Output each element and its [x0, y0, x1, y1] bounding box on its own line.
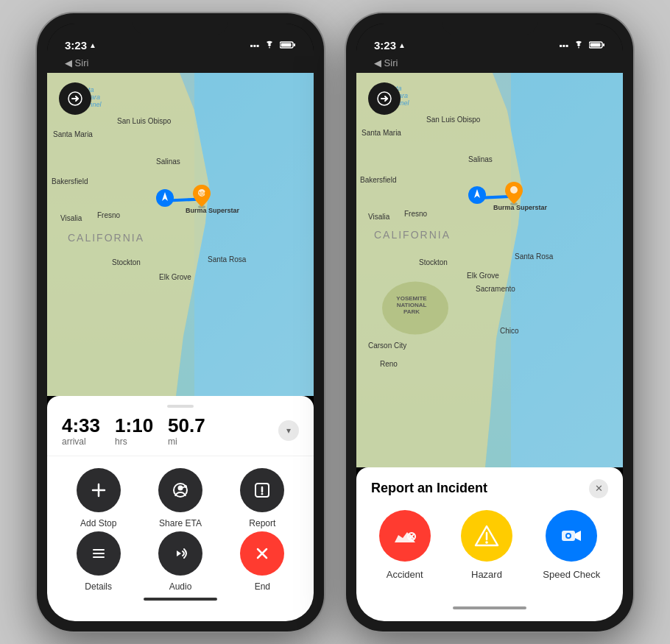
drag-handle-left: [167, 405, 194, 408]
map-label-santarosa-right: Santa Rosa: [515, 252, 553, 261]
map-label-elkgrove-left: Elk Grove: [159, 273, 191, 281]
map-label-california-left: CALIFORNIA: [68, 232, 144, 244]
add-stop-label: Add Stop: [80, 518, 116, 528]
details-button[interactable]: Details: [59, 531, 138, 592]
share-eta-button[interactable]: Share ETA: [141, 468, 219, 528]
dest-pin-right: [504, 180, 524, 208]
back-direction-btn-right[interactable]: [368, 82, 401, 115]
speed-check-button[interactable]: Speed Check: [543, 510, 600, 580]
add-stop-icon-circle: [77, 468, 121, 512]
incident-buttons-grid: Accident Hazard: [371, 510, 608, 580]
incident-title: Report an Incident: [371, 481, 487, 496]
screen-right: 3:23 ▲ ▪▪▪ ◀ Siri: [356, 24, 623, 621]
end-button[interactable]: End: [223, 531, 302, 592]
map-label-elkgrove-right: Elk Grove: [467, 272, 499, 280]
svg-rect-2: [294, 43, 295, 46]
hazard-icon: [461, 510, 512, 562]
user-location-left: [156, 189, 174, 210]
accident-button[interactable]: Accident: [379, 510, 431, 580]
siri-bar-right: ◀ Siri: [356, 56, 623, 73]
map-area-right: SantaBarbaraChannel Santa Maria San Luis…: [356, 73, 623, 467]
map-label-salinas-right: Salinas: [468, 155, 493, 163]
map-label-bakersfield-right: Bakersfield: [360, 176, 396, 184]
speed-check-label: Speed Check: [543, 569, 600, 580]
end-icon-circle: [240, 531, 284, 576]
map-bg-right: SantaBarbaraChannel Santa Maria San Luis…: [356, 73, 623, 467]
svg-rect-29: [590, 43, 601, 46]
screen-left: 3:23 ▲ ▪▪▪ ◀ Siri: [47, 24, 314, 621]
map-label-salinas-left: Salinas: [156, 158, 180, 166]
svg-point-48: [567, 534, 570, 537]
accident-label: Accident: [387, 569, 423, 580]
svg-text:🍽: 🍽: [199, 190, 205, 197]
location-arrow-left: ▲: [89, 41, 96, 49]
map-label-sacramento-right: Sacramento: [476, 285, 515, 293]
incident-close-button[interactable]: ✕: [589, 479, 608, 498]
hours-stat: 1:10 hrs: [115, 415, 153, 447]
user-location-right: [468, 186, 486, 207]
distance-value: 50.7: [168, 415, 205, 436]
share-eta-icon-circle: [158, 468, 202, 512]
audio-label: Audio: [169, 581, 192, 592]
nav-chevron[interactable]: ▾: [278, 420, 299, 441]
map-label-visalia-right: Visalia: [368, 213, 389, 221]
svg-marker-23: [177, 551, 181, 556]
end-label: End: [255, 581, 270, 592]
map-label-reno-right: Reno: [380, 360, 398, 368]
map-label-stockton-right: Stockton: [419, 258, 448, 266]
nav-bottom-panel: 4:33 arrival 1:10 hrs 50.7 mi ▾: [47, 396, 314, 621]
status-time-left: 3:23 ▲: [65, 39, 96, 52]
notch-right: [442, 13, 537, 35]
svg-rect-1: [281, 43, 292, 46]
map-label-chico-right: Chico: [500, 327, 519, 335]
audio-button[interactable]: Audio: [141, 531, 219, 592]
map-label-slo-right: San Luis Obispo: [426, 116, 480, 124]
siri-bar-left: ◀ Siri: [47, 56, 314, 73]
report-icon-circle: [240, 468, 284, 512]
phone-right: 3:23 ▲ ▪▪▪ ◀ Siri: [346, 13, 633, 631]
wifi-icon-left: [264, 40, 275, 52]
svg-point-44: [485, 541, 488, 544]
hazard-label: Hazard: [471, 569, 502, 580]
distance-stat: 50.7 mi: [168, 415, 205, 447]
signal-icon-right: ▪▪▪: [559, 40, 568, 51]
map-label-california-right: CALIFORNIA: [374, 229, 451, 241]
svg-point-38: [510, 186, 518, 194]
speed-check-icon: [546, 510, 597, 562]
back-direction-btn-left[interactable]: [59, 82, 91, 115]
signal-icon-left: ▪▪▪: [250, 40, 259, 51]
map-label-fresno-left: Fresno: [97, 211, 120, 219]
status-time-right: 3:23 ▲: [374, 39, 406, 52]
details-label: Details: [85, 581, 112, 592]
hazard-button[interactable]: Hazard: [461, 510, 512, 580]
map-label-santamaria-right: Santa Maria: [362, 129, 401, 137]
accident-icon: [379, 510, 431, 562]
report-label: Report: [249, 518, 275, 528]
map-label-santarosa-left: Santa Rosa: [208, 255, 246, 263]
battery-icon-right: [589, 40, 605, 52]
hours-label: hrs: [115, 436, 153, 447]
home-area-right: [356, 595, 623, 621]
incident-header: Report an Incident ✕: [371, 479, 608, 498]
notch-left: [133, 13, 228, 35]
map-label-slo-left: San Luis Obispo: [117, 117, 171, 125]
svg-point-15: [184, 485, 187, 488]
nav-info-row: 4:33 arrival 1:10 hrs 50.7 mi ▾: [47, 415, 314, 456]
map-label-fresno-right: Fresno: [404, 210, 427, 218]
audio-icon-circle: [158, 531, 202, 576]
map-label-bakersfield-left: Bakersfield: [52, 177, 88, 185]
home-indicator-left: [47, 592, 314, 606]
status-icons-left: ▪▪▪: [250, 40, 296, 52]
map-bg-left: SantaBarbaraChannel Santa Maria San Luis…: [47, 73, 314, 396]
dest-pin-left: 🍽: [191, 183, 212, 211]
report-button[interactable]: Report: [223, 468, 302, 528]
svg-point-19: [261, 492, 264, 495]
map-label-carsoncity-right: Carson City: [368, 342, 406, 350]
home-indicator-right: [356, 601, 623, 615]
add-stop-button[interactable]: Add Stop: [59, 468, 138, 528]
share-eta-label: Share ETA: [159, 518, 202, 528]
map-label-santamaria-left: Santa Maria: [53, 130, 93, 138]
map-label-yosemite-right: YOSEMITENATIONALPARK: [386, 295, 437, 315]
details-icon-circle: [77, 531, 121, 576]
arrival-label: arrival: [62, 436, 100, 447]
